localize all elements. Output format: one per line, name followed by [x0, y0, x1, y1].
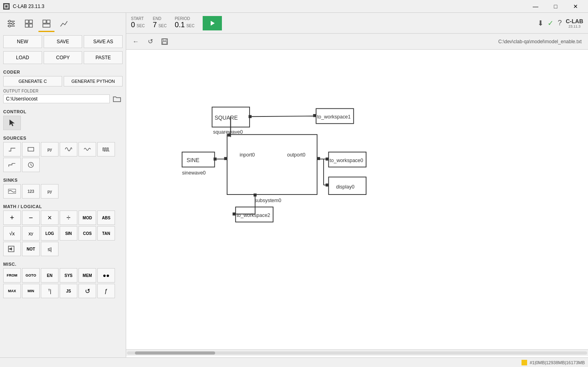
math-abs[interactable]: ABS	[97, 211, 115, 225]
load-button[interactable]: LOAD	[3, 51, 42, 64]
new-button[interactable]: NEW	[3, 35, 42, 48]
save-button[interactable]: SAVE	[44, 35, 83, 48]
misc-transpose[interactable]: ᵀ|	[41, 284, 58, 298]
math-add[interactable]: +	[3, 211, 21, 225]
math-div[interactable]: ÷	[60, 211, 77, 225]
check-icon[interactable]: ✓	[548, 19, 554, 28]
back-button[interactable]: ←	[129, 36, 142, 47]
subsystem0-in-port-top	[228, 134, 230, 136]
source-step[interactable]	[3, 142, 21, 156]
action-buttons-row1: NEW SAVE SAVE AS	[0, 32, 126, 51]
source-sine[interactable]	[60, 142, 77, 156]
misc-enable[interactable]: EN	[41, 268, 58, 283]
math-mod[interactable]: MOD	[79, 211, 96, 225]
svg-point-6	[9, 20, 11, 22]
source-wave[interactable]	[79, 142, 96, 156]
status-text: #1|0MB|12938MB|16173MB	[530, 360, 585, 365]
to-workspace1-label: to_workspace1	[317, 114, 351, 120]
output-folder-input[interactable]	[3, 94, 110, 103]
squarewave0-inner-label: SQUARE	[215, 115, 238, 121]
step2-icon	[8, 161, 16, 169]
generate-python-button[interactable]: GENERATE PYTHON	[64, 76, 123, 86]
help-icon[interactable]: ?	[558, 19, 562, 27]
paste-button[interactable]: PASTE	[84, 51, 123, 64]
math-not[interactable]: NOT	[22, 242, 40, 256]
pulse-icon	[102, 145, 110, 153]
subsystem0-block[interactable]	[227, 134, 317, 195]
sink-numeric[interactable]: 123	[22, 184, 40, 199]
to-workspace0-in-port	[326, 158, 328, 160]
math-mul[interactable]: ×	[41, 211, 58, 225]
svg-rect-23	[163, 42, 167, 44]
subsystem0-inport-label: inport0	[240, 152, 255, 158]
copy-button[interactable]: COPY	[44, 51, 83, 64]
start-group: START 0 SEC	[131, 17, 145, 30]
misc-max[interactable]: MAX	[3, 284, 21, 298]
const-icon	[27, 145, 35, 153]
svg-rect-12	[29, 24, 32, 27]
browse-folder-button[interactable]	[111, 94, 123, 104]
misc-goto[interactable]: GOTO	[22, 268, 40, 283]
window-controls: — □ ✕	[526, 0, 585, 13]
misc-mem[interactable]: MEM	[79, 268, 96, 283]
undo-button[interactable]: ↺	[144, 36, 157, 47]
math-compare[interactable]	[3, 242, 21, 256]
svg-point-8	[9, 25, 11, 27]
math-lte[interactable]: ≤|	[41, 242, 58, 256]
to-workspace1-in-port	[313, 114, 316, 117]
coder-section: GENERATE C GENERATE PYTHON OUTPUT FOLDER	[0, 76, 126, 107]
math-sqrt[interactable]: √x	[3, 226, 21, 241]
math-tan[interactable]: TAN	[97, 226, 115, 241]
tab-view[interactable]	[38, 16, 54, 32]
sink-python[interactable]: py	[41, 184, 58, 199]
misc-js[interactable]: JS	[60, 284, 77, 298]
misc-mux[interactable]: ●●	[97, 268, 115, 283]
math-sin[interactable]: SIN	[60, 226, 77, 241]
source-step2[interactable]	[3, 158, 21, 172]
source-clock[interactable]	[22, 158, 40, 172]
source-pulse[interactable]	[97, 142, 115, 156]
horizontal-scrollbar[interactable]	[126, 349, 588, 356]
minimize-button[interactable]: —	[526, 0, 545, 13]
misc-sys[interactable]: SYS	[60, 268, 77, 283]
sources-palette: py	[3, 142, 123, 172]
view-icon	[42, 19, 51, 28]
save-diagram-button[interactable]	[158, 36, 171, 47]
period-group: PERIOD 0.1 SEC	[175, 17, 195, 30]
download-icon[interactable]: ⬇	[538, 19, 544, 28]
math-cos[interactable]: COS	[79, 226, 96, 241]
main-content: START 0 SEC END 7 SEC PERIOD 0.1 SEC	[126, 13, 588, 357]
sinewave0-inner-label: SINE	[187, 157, 199, 163]
misc-func[interactable]: ƒ	[97, 284, 115, 298]
sink-display[interactable]	[3, 184, 21, 199]
canvas-area[interactable]: SQUARE squarewave0 to_workspace1 SINE si…	[126, 50, 588, 357]
play-button[interactable]	[203, 16, 222, 30]
subsystem0-label: subsystem0	[255, 198, 282, 203]
control-pointer[interactable]	[3, 116, 21, 130]
misc-min[interactable]: MIN	[22, 284, 40, 298]
tab-chart[interactable]	[56, 16, 72, 32]
close-button[interactable]: ✕	[566, 0, 585, 13]
svg-marker-20	[211, 21, 215, 26]
display0-label: display0	[336, 184, 354, 190]
math-log[interactable]: LOG	[41, 226, 58, 241]
generate-c-button[interactable]: GENERATE C	[3, 76, 62, 86]
squarewave0-out-port	[249, 115, 252, 118]
maximize-button[interactable]: □	[546, 0, 565, 13]
tab-settings[interactable]	[3, 16, 19, 32]
source-python[interactable]: py	[41, 142, 58, 156]
save-as-button[interactable]: SAVE AS	[84, 35, 123, 48]
math-sub[interactable]: −	[22, 211, 40, 225]
canvas-toolbar: ← ↺ C:\dev\clab-qa\model\model_enable.tx…	[126, 34, 588, 50]
source-const[interactable]	[22, 142, 40, 156]
toolbar-right-icons: ⬇ ✓ ? C-LAB 23.11.3	[538, 18, 583, 28]
control-section	[0, 116, 126, 133]
conn-sq-tw1	[252, 116, 313, 116]
misc-from[interactable]: FROM	[3, 268, 21, 283]
top-toolbar: START 0 SEC END 7 SEC PERIOD 0.1 SEC	[126, 13, 588, 34]
math-pow[interactable]: xy	[22, 226, 40, 241]
tab-blocks[interactable]	[21, 16, 37, 32]
scrollbar-thumb[interactable]	[135, 351, 215, 355]
svg-rect-15	[43, 24, 50, 27]
misc-undo[interactable]: ↺	[79, 284, 96, 298]
